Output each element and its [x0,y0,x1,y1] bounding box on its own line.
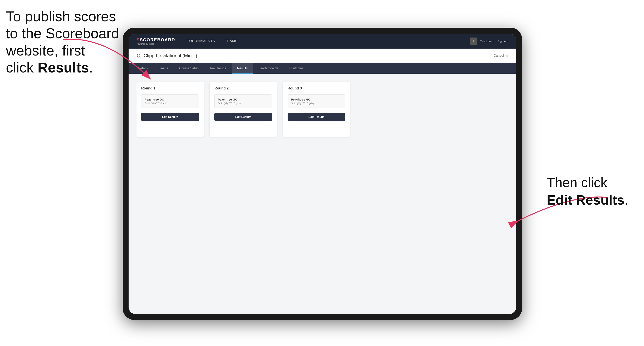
round-3-course-name: Peachtree GC [291,98,342,101]
round-3-title: Round 3 [288,86,345,90]
nav-tournaments[interactable]: TOURNAMENTS [187,39,215,43]
tab-tee-groups[interactable]: Tee Groups [204,63,232,74]
round-1-course-details: Gold (M) (7010 yds) [144,102,196,105]
main-content: Round 1 Peachtree GC Gold (M) (7010 yds)… [128,74,516,314]
round-3-course-card: Peachtree GC Gold (M) (7010 yds) [288,94,345,108]
round-1-course-card: Peachtree GC Gold (M) (7010 yds) [141,94,199,108]
tablet-screen: SSCOREBOARD Powered by clippd TOURNAMENT… [128,33,516,314]
tournament-header: C Clippd Invitational (Min...) Cancel ✕ [128,49,516,63]
user-avatar [470,37,477,45]
sign-out-link[interactable]: Sign out [498,39,508,43]
user-label: Test User | [480,39,494,43]
round-2-course-card: Peachtree GC Gold (M) (7010 yds) [214,94,272,108]
round-2-title: Round 2 [214,86,272,90]
round-3-edit-results-button[interactable]: Edit Results [288,113,345,121]
round-1-edit-results-button[interactable]: Edit Results [141,113,199,121]
top-nav: SSCOREBOARD Powered by clippd TOURNAMENT… [128,33,516,49]
round-1-course-name: Peachtree GC [144,98,196,101]
round-2-edit-results-button[interactable]: Edit Results [214,113,272,121]
arrow-to-results [48,32,182,95]
nav-right: Test User | Sign out [470,37,508,45]
svg-point-0 [473,40,474,41]
round-3-card: Round 3 Peachtree GC Gold (M) (7010 yds)… [283,82,350,137]
round-3-course-details: Gold (M) (7010 yds) [291,102,342,105]
cancel-button[interactable]: Cancel ✕ [494,54,508,58]
tab-leaderboards[interactable]: Leaderboards [253,63,284,74]
tablet-device: SSCOREBOARD Powered by clippd TOURNAMENT… [123,28,522,320]
round-2-course-details: Gold (M) (7010 yds) [218,102,269,105]
tab-printables[interactable]: Printables [284,63,309,74]
tab-navigation: Details Teams Course Setup Tee Groups Re… [128,63,516,74]
nav-teams[interactable]: TEAMS [225,39,238,43]
instruction-text-2: Then click Edit Results. [547,174,628,209]
round-2-card: Round 2 Peachtree GC Gold (M) (7010 yds)… [210,82,277,137]
nav-links: TOURNAMENTS TEAMS [187,39,470,43]
rounds-grid: Round 1 Peachtree GC Gold (M) (7010 yds)… [136,82,508,137]
tab-results[interactable]: Results [232,63,253,74]
round-2-course-name: Peachtree GC [218,98,269,101]
